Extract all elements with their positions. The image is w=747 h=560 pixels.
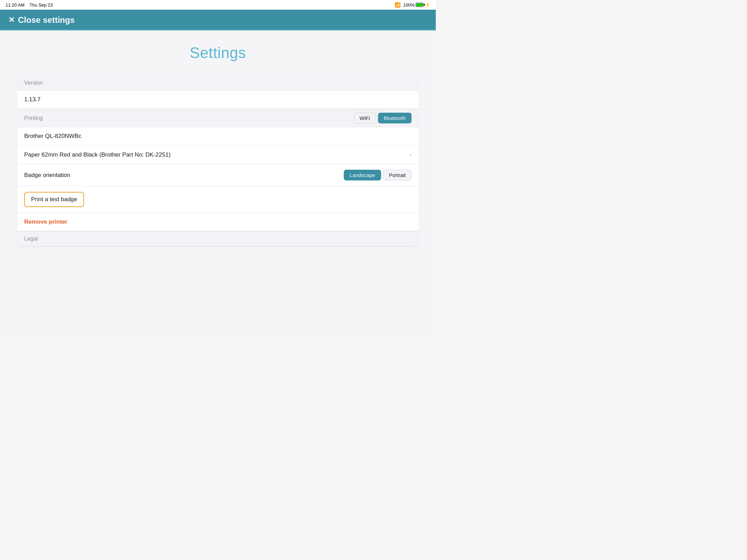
status-icons: 📶 100% ⚡ [395, 2, 430, 8]
section-label-version: Version [24, 80, 43, 86]
close-settings-button[interactable]: ✕ Close settings [8, 15, 75, 25]
orientation-toggle-group: Landscape Portrait [344, 170, 412, 180]
portrait-toggle-button[interactable]: Portrait [383, 170, 412, 180]
wifi-toggle-button[interactable]: WiFi [354, 113, 376, 123]
section-header-printing: Printing WiFi Bluetooth [17, 109, 418, 127]
bluetooth-toggle-button[interactable]: Bluetooth [378, 113, 412, 123]
printing-toggle-group: WiFi Bluetooth [354, 113, 412, 123]
section-header-version: Version [17, 75, 418, 91]
charging-icon: ⚡ [424, 2, 430, 8]
close-icon: ✕ [8, 16, 15, 25]
status-time-date: 11:20 AM Thu Sep 23 [6, 2, 53, 8]
remove-printer-button[interactable]: Remove printer [24, 218, 67, 225]
settings-list: Version 1.13.7 Printing WiFi Bluetooth B… [17, 75, 418, 246]
version-value: 1.13.7 [24, 96, 40, 103]
status-time: 11:20 AM [6, 2, 25, 8]
section-header-legal: Legal [17, 231, 418, 246]
badge-orientation-label: Badge orientation [24, 172, 70, 179]
section-label-legal: Legal [24, 236, 38, 242]
printer-name-row: Brother QL-820NWBc [17, 127, 418, 146]
paper-chevron-icon: › [409, 151, 412, 158]
paper-row[interactable]: Paper 62mm Red and Black (Brother Part N… [17, 146, 418, 164]
battery-container: 100% ⚡ [403, 2, 430, 8]
landscape-toggle-button[interactable]: Landscape [344, 170, 381, 180]
paper-value: Paper 62mm Red and Black (Brother Part N… [24, 151, 170, 158]
main-content: Settings Version 1.13.7 Printing WiFi Bl… [0, 30, 436, 332]
remove-printer-row: Remove printer [17, 213, 418, 231]
nav-bar: ✕ Close settings [0, 10, 436, 30]
print-test-badge-button[interactable]: Print a test badge [24, 192, 84, 207]
wifi-icon: 📶 [395, 2, 400, 8]
battery-icon [416, 3, 423, 7]
page-title: Settings [17, 44, 418, 62]
battery-fill [416, 3, 423, 6]
print-test-badge-row: Print a test badge [17, 186, 418, 213]
printer-name-value: Brother QL-820NWBc [24, 133, 81, 140]
badge-orientation-row: Badge orientation Landscape Portrait [17, 164, 418, 186]
content-inner: Settings Version 1.13.7 Printing WiFi Bl… [17, 44, 418, 246]
status-date: Thu Sep 23 [29, 2, 53, 8]
version-value-row: 1.13.7 [17, 91, 418, 109]
status-bar: 11:20 AM Thu Sep 23 📶 100% ⚡ [0, 0, 436, 10]
section-label-printing: Printing [24, 115, 43, 121]
close-settings-label: Close settings [18, 15, 75, 25]
battery-percent: 100% [403, 2, 415, 8]
